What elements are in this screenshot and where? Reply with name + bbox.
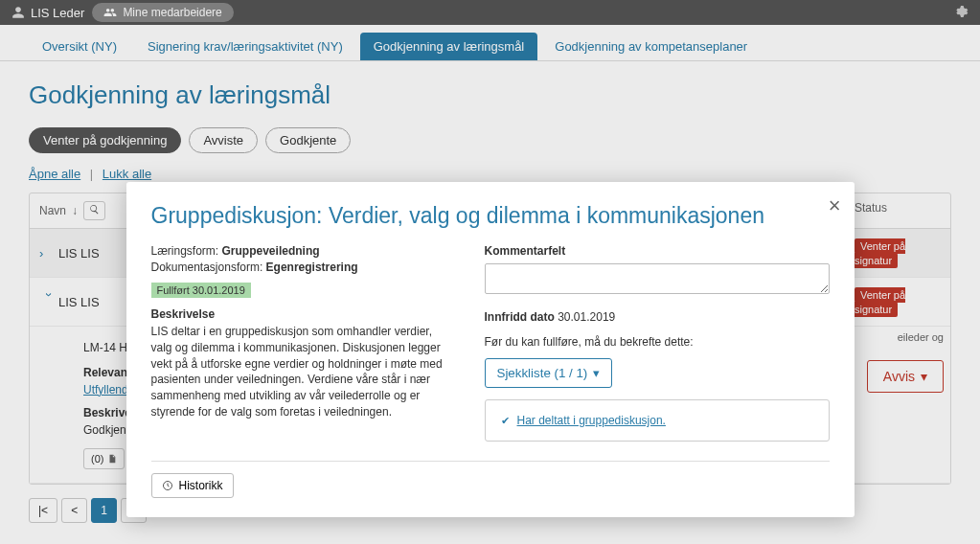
sjekkliste-button[interactable]: Sjekkliste (1 / 1) ▾ xyxy=(485,358,613,388)
checklist-item: ✔ Har deltatt i gruppediskusjon. xyxy=(501,414,813,427)
checklist-item-link[interactable]: Har deltatt i gruppediskusjon. xyxy=(517,414,666,427)
chevron-down-icon: ▾ xyxy=(593,366,600,380)
kommentar-label: Kommentarfelt xyxy=(485,244,830,258)
confirm-text: Før du kan fullføre, må du bekrefte dett… xyxy=(485,335,830,349)
modal-left: Læringsform: Gruppeveiledning Dokumentas… xyxy=(151,244,456,457)
dokform-value: Egenregistrering xyxy=(266,261,358,274)
dokform-label: Dokumentasjonsform: xyxy=(151,261,263,274)
laeringsform-value: Gruppeveiledning xyxy=(222,244,320,258)
close-icon: × xyxy=(829,193,841,217)
clock-icon xyxy=(162,480,173,491)
beskrivelse-text: LIS deltar i en gruppediskusjon som omha… xyxy=(151,324,456,420)
modal-overlay: × Gruppediskusjon: Verdier, valg og dile… xyxy=(0,0,980,544)
modal: × Gruppediskusjon: Verdier, valg og dile… xyxy=(126,182,855,517)
modal-footer: Historikk xyxy=(151,461,830,498)
laeringsform-label: Læringsform: xyxy=(151,244,219,258)
kommentar-input[interactable] xyxy=(485,263,830,294)
historikk-button[interactable]: Historikk xyxy=(151,473,234,498)
modal-right: Kommentarfelt Innfridd dato 30.01.2019 F… xyxy=(485,244,830,457)
close-button[interactable]: × xyxy=(829,193,841,218)
fullfort-badge: Fullført 30.01.2019 xyxy=(151,283,251,298)
innfridd-label: Innfridd dato xyxy=(485,310,555,324)
beskrivelse-heading: Beskrivelse xyxy=(151,307,456,321)
check-icon: ✔ xyxy=(501,415,510,427)
modal-title: Gruppediskusjon: Verdier, valg og dilemm… xyxy=(151,203,830,229)
innfridd-value: 30.01.2019 xyxy=(558,310,615,324)
checklist: ✔ Har deltatt i gruppediskusjon. xyxy=(485,399,830,442)
